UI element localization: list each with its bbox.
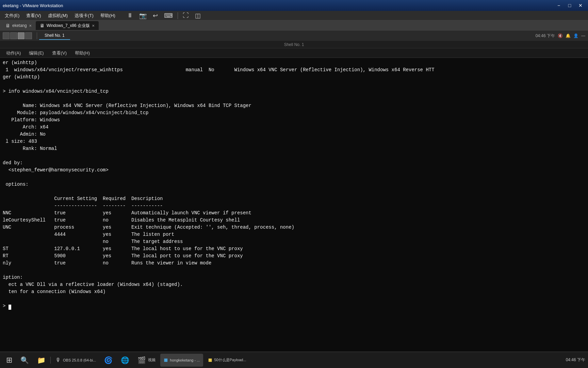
- payload-icon: ■: [208, 356, 212, 364]
- revert-button[interactable]: ↩: [150, 11, 161, 20]
- term-prompt: >: [0, 303, 588, 310]
- taskbar-video[interactable]: 🎬 视频: [134, 354, 159, 367]
- view-button-3[interactable]: [18, 32, 24, 39]
- clock-display: 04:46 下午: [536, 33, 555, 39]
- unity-button[interactable]: ◫: [192, 11, 203, 20]
- view-button-4[interactable]: [25, 32, 32, 39]
- term-line-9: Arch: x64: [0, 124, 588, 131]
- toolbar-separator: [178, 12, 178, 19]
- term-line-21: NNC true yes Automatically launch VNC vi…: [0, 210, 588, 217]
- term-line-30: iption:: [0, 274, 588, 281]
- snapshot-button[interactable]: 📷: [136, 11, 149, 20]
- taskbar-files[interactable]: 📁: [34, 354, 49, 367]
- start-button[interactable]: ⊞: [3, 354, 16, 367]
- term-line-2: ger (winhttp): [0, 74, 588, 81]
- menu-view[interactable]: 查看(V): [23, 11, 44, 20]
- taskbar-hongkeketang-label: hongkeketang - ...: [170, 358, 200, 362]
- shell-title-label: Shell No. 1: [284, 42, 304, 47]
- minimize-shell-btn[interactable]: —: [581, 33, 585, 38]
- term-line-27: RT 5900 yes The local port to use for th…: [0, 252, 588, 260]
- action-menubar: 动作(A) 编辑(E) 查看(V) 帮助(H): [0, 48, 588, 58]
- user-icon: 👤: [573, 33, 578, 38]
- term-line-14: ded by:: [0, 159, 588, 167]
- tabbar-sep: [37, 32, 37, 39]
- tab-close-eketang[interactable]: ✕: [29, 24, 32, 28]
- files-icon: 📁: [37, 356, 46, 364]
- maximize-button[interactable]: □: [565, 2, 574, 9]
- edge-icon: 🌐: [121, 356, 129, 364]
- terminal-cursor: [9, 305, 11, 310]
- term-line-0: er (winhttp): [0, 59, 588, 66]
- vmware-menubar: 文件(E) 查看(V) 虚拟机(M) 选项卡(T) 帮助(H) ⏸ 📷 ↩ ⌨ …: [0, 11, 588, 20]
- menu-help[interactable]: 帮助(H): [97, 11, 119, 20]
- term-line-6: Name: Windows x64 VNC Server (Reflective…: [0, 102, 588, 109]
- term-line-18: [0, 188, 588, 195]
- term-line-20: --------------- -------- -----------: [0, 202, 588, 210]
- term-line-1: 1 windows/x64/vncinject/reverse_winhttps…: [0, 66, 588, 74]
- term-line-10: Admin: No: [0, 131, 588, 138]
- taskbar-edge[interactable]: 🌐: [117, 354, 133, 367]
- term-line-16: [0, 174, 588, 181]
- start-icon: ⊞: [6, 356, 12, 365]
- term-line-28: nly true no Runs the viewer in view mode: [0, 260, 588, 267]
- tab-icon-win7: 🖥: [40, 23, 45, 28]
- tab-eketang[interactable]: 🖥 eketang ✕: [1, 21, 36, 30]
- taskbar-search[interactable]: 🔍: [17, 354, 32, 367]
- shell-tabbar: Shell No. 1 04:46 下午 🔇 🔔 👤 —: [0, 31, 588, 41]
- action-menu-view[interactable]: 查看(V): [49, 49, 70, 57]
- term-line-22: leCourtesyShell true no Disables the Met…: [0, 217, 588, 224]
- menu-vm[interactable]: 虚拟机(M): [45, 11, 71, 20]
- taskbar-sep-1: [50, 357, 51, 364]
- view-button-2[interactable]: [10, 32, 17, 39]
- titlebar: eketang - VMware Workstation − □ ✕: [0, 0, 588, 11]
- app2-icon: 🌀: [104, 356, 113, 364]
- shell-tab-1[interactable]: Shell No. 1: [39, 32, 70, 40]
- action-menu-help[interactable]: 帮助(H): [71, 49, 93, 57]
- volume-icon: 🔇: [558, 33, 563, 38]
- view-button-1[interactable]: [3, 32, 10, 39]
- term-line-4: > info windows/x64/vncinject/bind_tcp: [0, 88, 588, 95]
- taskbar-payload[interactable]: ■ 50什么是Payload...: [205, 354, 249, 367]
- term-line-12: Rank: Normal: [0, 145, 588, 152]
- taskbar-obs-label: OBS 25.0.8 (64-bi...: [63, 358, 96, 362]
- tab-win7[interactable]: 🖥 Windows_7_x86 企业版 ✕: [36, 21, 99, 30]
- send-key-button[interactable]: ⌨: [161, 11, 176, 20]
- close-button[interactable]: ✕: [576, 2, 585, 9]
- taskbar-video-label: 视频: [148, 357, 156, 363]
- menu-file[interactable]: 文件(E): [1, 11, 23, 20]
- term-line-7: Module: payload/windows/x64/vncinject/bi…: [0, 109, 588, 117]
- content-area: Shell No. 1 04:46 下午 🔇 🔔 👤 — Shell No. 1…: [0, 31, 588, 352]
- taskbar: ⊞ 🔍 📁 🎙 OBS 25.0.8 (64-bi... 🌀 🌐 🎬 视频 ■ …: [0, 352, 588, 368]
- term-line-33: [0, 295, 588, 303]
- taskbar-hongkeketang[interactable]: ■ hongkeketang - ...: [160, 354, 203, 367]
- vm-window: eketang - VMware Workstation − □ ✕ 文件(E)…: [0, 0, 588, 368]
- tab-label-eketang: eketang: [12, 23, 27, 28]
- term-line-26: ST 127.0.0.1 yes The local host to use f…: [0, 245, 588, 252]
- notification-icon: 🔔: [566, 33, 571, 38]
- term-line-25: no The target address: [0, 238, 588, 245]
- fullscreen-button[interactable]: ⛶: [180, 11, 192, 20]
- tab-close-win7[interactable]: ✕: [92, 24, 95, 28]
- terminal[interactable]: er (winhttp) 1 windows/x64/vncinject/rev…: [0, 58, 588, 352]
- taskbar-app2[interactable]: 🌀: [101, 354, 116, 367]
- hongkeketang-icon: ■: [164, 356, 168, 364]
- minimize-button[interactable]: −: [554, 2, 564, 9]
- taskbar-time: 04:46 下午: [566, 357, 585, 363]
- pause-button[interactable]: ⏸: [124, 11, 136, 20]
- tab-label-win7: Windows_7_x86 企业版: [47, 23, 90, 29]
- taskbar-obs[interactable]: 🎙 OBS 25.0.8 (64-bi...: [52, 354, 99, 367]
- term-line-11: l size: 483: [0, 138, 588, 145]
- term-line-8: Platform: Windows: [0, 117, 588, 124]
- search-icon: 🔍: [20, 356, 29, 364]
- shell-tab-label: Shell No. 1: [45, 33, 65, 38]
- term-line-13: [0, 152, 588, 159]
- term-line-32: ten for a connection (Windows x64): [0, 288, 588, 295]
- term-line-19: Current Setting Required Description: [0, 195, 588, 202]
- action-menu-edit[interactable]: 编辑(E): [26, 49, 47, 57]
- term-line-15: <stephen_fewer@harmonysecurity.com>: [0, 167, 588, 174]
- term-line-29: [0, 267, 588, 274]
- action-menu-action[interactable]: 动作(A): [3, 49, 24, 57]
- term-line-3: [0, 81, 588, 88]
- menu-tab[interactable]: 选项卡(T): [71, 11, 97, 20]
- vm-tabbar: 🖥 eketang ✕ 🖥 Windows_7_x86 企业版 ✕: [0, 20, 588, 31]
